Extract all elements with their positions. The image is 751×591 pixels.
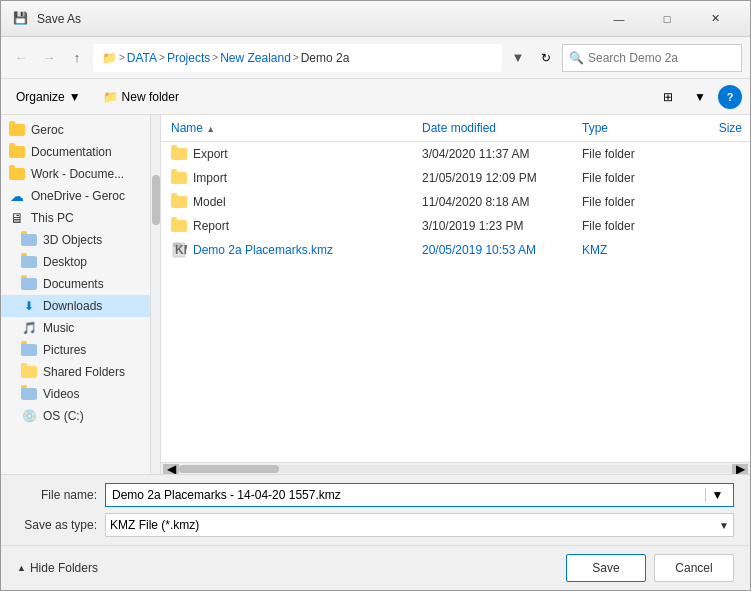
organize-button[interactable]: Organize ▼ (9, 86, 88, 108)
sidebar-item-videos[interactable]: Videos (1, 383, 160, 405)
cancel-button[interactable]: Cancel (654, 554, 734, 582)
sidebar-item-osc[interactable]: 💿 OS (C:) (1, 405, 160, 427)
col-type-header[interactable]: Type (582, 121, 682, 135)
videos-icon (21, 386, 37, 402)
hide-folders-chevron: ▲ (17, 563, 26, 573)
pictures-icon (21, 342, 37, 358)
sidebar: Geroc Documentation Work - Docume... ☁ O… (1, 115, 161, 474)
sidebar-label-osc: OS (C:) (43, 409, 84, 423)
osc-icon: 💿 (21, 408, 37, 424)
documents-icon (21, 276, 37, 292)
work-icon (9, 166, 25, 182)
sidebar-scrollbar[interactable] (150, 115, 160, 474)
svg-text:KMZ: KMZ (175, 243, 187, 257)
table-row[interactable]: KMZ Demo 2a Placemarks.kmz 20/05/2019 10… (161, 238, 750, 262)
filename-input[interactable] (110, 488, 705, 502)
new-folder-button[interactable]: 📁 New folder (96, 86, 186, 108)
saveastype-label: Save as type: (17, 518, 97, 532)
sidebar-item-onedrive[interactable]: ☁ OneDrive - Geroc (1, 185, 160, 207)
forward-button[interactable]: → (37, 46, 61, 70)
save-as-dialog: 💾 Save As — □ ✕ ← → ↑ 📁 > DATA > Project… (0, 0, 751, 591)
breadcrumb-demo2a: Demo 2a (301, 51, 350, 65)
maximize-button[interactable]: □ (644, 9, 690, 29)
breadcrumb[interactable]: 📁 > DATA > Projects > New Zealand > Demo… (93, 44, 502, 72)
file-icon-import (169, 170, 189, 186)
file-name-kmz: Demo 2a Placemarks.kmz (193, 243, 422, 257)
help-button[interactable]: ? (718, 85, 742, 109)
sidebar-item-geroc[interactable]: Geroc (1, 119, 160, 141)
table-row[interactable]: Export 3/04/2020 11:37 AM File folder (161, 142, 750, 166)
downloads-icon: ⬇ (21, 298, 37, 314)
view-icon: ⊞ (663, 90, 673, 104)
breadcrumb-sep-0: > (119, 52, 125, 63)
file-icon-export (169, 146, 189, 162)
col-size-header[interactable]: Size (682, 121, 742, 135)
sidebar-label-work: Work - Docume... (31, 167, 124, 181)
h-scroll-left[interactable]: ◀ (163, 464, 179, 474)
sidebar-item-music[interactable]: 🎵 Music (1, 317, 160, 339)
table-row[interactable]: Model 11/04/2020 8:18 AM File folder (161, 190, 750, 214)
music-icon: 🎵 (21, 320, 37, 336)
onedrive-icon: ☁ (9, 188, 25, 204)
table-row[interactable]: Import 21/05/2019 12:09 PM File folder (161, 166, 750, 190)
sidebar-item-documentation[interactable]: Documentation (1, 141, 160, 163)
file-type-kmz: KMZ (582, 243, 682, 257)
file-list: Export 3/04/2020 11:37 AM File folder Im… (161, 142, 750, 462)
horizontal-scrollbar[interactable]: ◀ ▶ (161, 462, 750, 474)
sidebar-label-documentation: Documentation (31, 145, 112, 159)
back-button[interactable]: ← (9, 46, 33, 70)
sidebar-item-documents[interactable]: Documents (1, 273, 160, 295)
refresh-button[interactable]: ↻ (534, 46, 558, 70)
saveastype-row: Save as type: KMZ File (*.kmz) ▼ (17, 513, 734, 537)
sidebar-label-desktop: Desktop (43, 255, 87, 269)
file-date-export: 3/04/2020 11:37 AM (422, 147, 582, 161)
sidebar-item-shared[interactable]: Shared Folders (1, 361, 160, 383)
col-name-header[interactable]: Name ▲ (169, 119, 422, 137)
sidebar-item-pictures[interactable]: Pictures (1, 339, 160, 361)
minimize-button[interactable]: — (596, 9, 642, 29)
view-dropdown-button[interactable]: ▼ (686, 85, 714, 109)
file-type-export: File folder (582, 147, 682, 161)
sidebar-item-downloads[interactable]: ⬇ Downloads (1, 295, 160, 317)
sidebar-label-videos: Videos (43, 387, 79, 401)
file-name-import: Import (193, 171, 422, 185)
sidebar-item-thispc[interactable]: 🖥 This PC (1, 207, 160, 229)
hide-folders-toggle[interactable]: ▲ Hide Folders (17, 561, 98, 575)
breadcrumb-dropdown[interactable]: ▼ (506, 46, 530, 70)
sidebar-item-3dobjects[interactable]: 3D Objects (1, 229, 160, 251)
footer: ▲ Hide Folders Save Cancel (1, 545, 750, 590)
file-name-model: Model (193, 195, 422, 209)
table-row[interactable]: Report 3/10/2019 1:23 PM File folder (161, 214, 750, 238)
save-button[interactable]: Save (566, 554, 646, 582)
title-bar: 💾 Save As — □ ✕ (1, 1, 750, 37)
sidebar-label-onedrive: OneDrive - Geroc (31, 189, 125, 203)
view-toggle-button[interactable]: ⊞ (654, 85, 682, 109)
sidebar-item-desktop[interactable]: Desktop (1, 251, 160, 273)
sort-arrow: ▲ (206, 124, 215, 134)
file-icon-report (169, 218, 189, 234)
h-scroll-right[interactable]: ▶ (732, 464, 748, 474)
search-input[interactable] (588, 51, 738, 65)
up-button[interactable]: ↑ (65, 46, 89, 70)
saveastype-value: KMZ File (*.kmz) (110, 518, 199, 532)
file-type-model: File folder (582, 195, 682, 209)
file-type-report: File folder (582, 219, 682, 233)
file-type-import: File folder (582, 171, 682, 185)
toolbar: Organize ▼ 📁 New folder ⊞ ▼ ? (1, 79, 750, 115)
sidebar-item-work[interactable]: Work - Docume... (1, 163, 160, 185)
file-icon-kmz: KMZ (169, 242, 189, 258)
file-date-model: 11/04/2020 8:18 AM (422, 195, 582, 209)
main-area: Geroc Documentation Work - Docume... ☁ O… (1, 115, 750, 474)
content-area: Name ▲ Date modified Type Size Export (161, 115, 750, 474)
filename-dropdown-arrow[interactable]: ▼ (705, 488, 729, 502)
filename-input-container[interactable]: ▼ (105, 483, 734, 507)
saveastype-select[interactable]: KMZ File (*.kmz) ▼ (105, 513, 734, 537)
close-button[interactable]: ✕ (692, 9, 738, 29)
col-date-header[interactable]: Date modified (422, 121, 582, 135)
column-headers: Name ▲ Date modified Type Size (161, 115, 750, 142)
hide-folders-label: Hide Folders (30, 561, 98, 575)
desktop-icon (21, 254, 37, 270)
new-folder-label: New folder (122, 90, 179, 104)
title-controls: — □ ✕ (596, 9, 738, 29)
sidebar-label-geroc: Geroc (31, 123, 64, 137)
